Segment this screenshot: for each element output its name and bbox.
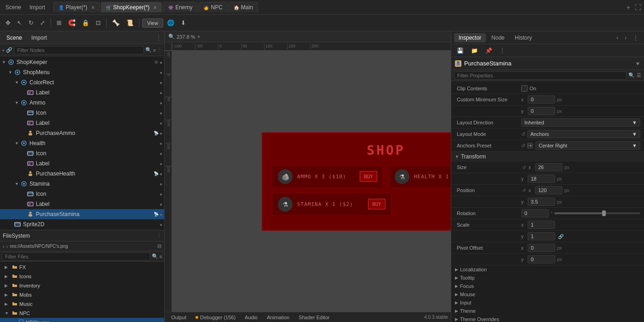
zoom-add-button[interactable]: + bbox=[197, 34, 200, 40]
filter-props-more[interactable]: ☰ bbox=[637, 72, 641, 78]
tab-shopkeeper[interactable]: 🛒ShopKeeper(*)✕ bbox=[101, 2, 162, 12]
tab-main[interactable]: 🏠Main bbox=[229, 2, 258, 12]
shop-item-stamina-buy[interactable]: BUY bbox=[368, 199, 385, 210]
tab-player[interactable]: 👤Player(*)✕ bbox=[53, 2, 100, 12]
script-button[interactable]: 📜 bbox=[123, 18, 136, 28]
scale-tool-button[interactable]: ⤢ bbox=[37, 18, 48, 28]
tree-item-purchase_health[interactable]: PurchaseHealth 📡 ● bbox=[0, 169, 164, 179]
filesystem-more[interactable]: ⋮ bbox=[156, 233, 161, 239]
pivot-x-input[interactable] bbox=[528, 244, 555, 252]
bottom-tab-Audio[interactable]: Audio bbox=[241, 314, 261, 321]
custom-min-y-input[interactable] bbox=[528, 107, 555, 115]
inspector-save-button[interactable]: 💾 bbox=[454, 47, 466, 55]
tree-item-icon_health[interactable]: Icon ● bbox=[0, 148, 164, 158]
filter-props-search[interactable]: 🔍 bbox=[628, 72, 635, 78]
tab-enemy[interactable]: 👾Enemy bbox=[163, 2, 197, 12]
anchors-preset-select[interactable]: Center Right ▼ bbox=[535, 141, 640, 150]
section-input[interactable]: ▶Input bbox=[451, 299, 644, 307]
shop-item-ammo-buy[interactable]: BUY bbox=[360, 171, 377, 182]
environment-button[interactable]: 🌐 bbox=[164, 18, 177, 28]
view-button[interactable]: View bbox=[142, 18, 163, 28]
tree-item-colorrect[interactable]: ▼ ColorRect ● bbox=[0, 77, 164, 88]
inspector-prev-button[interactable]: ‹ bbox=[614, 34, 621, 42]
filter-properties-input[interactable] bbox=[454, 71, 627, 80]
fs-filter-button[interactable]: ≡ bbox=[160, 254, 162, 259]
file-item-Music[interactable]: ▶ Music bbox=[0, 299, 164, 309]
fs-nav-back[interactable]: ‹ bbox=[3, 244, 5, 249]
node-expand-button[interactable]: ▼ bbox=[635, 61, 640, 66]
tree-item-icon_stamina[interactable]: Icon ● bbox=[0, 189, 164, 199]
layout-direction-select[interactable]: Inherited ▼ bbox=[521, 118, 640, 127]
anchors-preset-reset[interactable]: ↺ bbox=[521, 143, 525, 149]
add-node-button[interactable]: + bbox=[2, 47, 5, 53]
group-button[interactable]: ⊡ bbox=[93, 18, 104, 28]
import-panel-tab[interactable]: Import bbox=[27, 3, 48, 12]
inspector-more-button[interactable]: ⋮ bbox=[630, 34, 641, 42]
grid-snap-button[interactable]: ⊞ bbox=[54, 18, 64, 28]
tree-item-shopkeeper[interactable]: ▼ ShopKeeper 👁 ● bbox=[0, 57, 164, 67]
more-nodes-button[interactable]: ⋮ bbox=[157, 47, 162, 53]
custom-min-x-input[interactable] bbox=[528, 95, 555, 104]
scale-link-button[interactable]: 🔗 bbox=[557, 234, 564, 239]
inspector-next-button[interactable]: › bbox=[622, 34, 629, 42]
size-y-input[interactable] bbox=[528, 175, 555, 183]
section-mouse[interactable]: ▶Mouse bbox=[451, 290, 644, 299]
inspector-pin-button[interactable]: 📌 bbox=[483, 47, 495, 55]
rotate-tool-button[interactable]: ↻ bbox=[26, 18, 36, 28]
search-nodes-button[interactable]: 🔍 bbox=[145, 47, 152, 53]
fs-nav-forward[interactable]: › bbox=[6, 244, 8, 249]
tree-item-purchase_stamina[interactable]: PurchaseStamina 📡 ● bbox=[0, 209, 164, 219]
scene-panel-tab[interactable]: Scene bbox=[3, 3, 24, 12]
clip-contents-checkbox[interactable] bbox=[521, 85, 528, 92]
file-item-FX[interactable]: ▶ FX bbox=[0, 263, 164, 272]
tree-item-stamina[interactable]: ▼ Stamina ● bbox=[0, 179, 164, 189]
rotation-slider[interactable] bbox=[554, 212, 640, 214]
section-theme-overrides[interactable]: ▶Theme Overrides bbox=[451, 315, 644, 322]
file-item-Mobs[interactable]: ▶ Mobs bbox=[0, 290, 164, 299]
scene-tab[interactable]: Scene bbox=[3, 34, 26, 42]
tree-item-label_health[interactable]: Label ● bbox=[0, 158, 164, 169]
rotation-input[interactable] bbox=[521, 209, 549, 217]
scale-y-input[interactable] bbox=[528, 232, 555, 240]
fs-layout-button[interactable]: ⊟ bbox=[157, 243, 161, 249]
inspector-settings-button[interactable]: ⋮ bbox=[497, 47, 508, 55]
filter-nodes-input[interactable] bbox=[14, 46, 144, 54]
tree-item-ammo[interactable]: ▼ Ammo ● bbox=[0, 98, 164, 108]
section-theme[interactable]: ▶Theme bbox=[451, 307, 644, 315]
panel-more-button[interactable]: ⋮ bbox=[156, 35, 161, 41]
file-item-Inventory[interactable]: ▶ Inventory bbox=[0, 281, 164, 290]
section-focus[interactable]: ▶Focus bbox=[451, 282, 644, 290]
tab-npc[interactable]: 🧑NPC bbox=[198, 2, 227, 12]
file-item-NPC[interactable]: ▼ NPC bbox=[0, 309, 164, 318]
tree-item-shopmenu[interactable]: ▼ ShopMenu ● bbox=[0, 67, 164, 77]
canvas-viewport[interactable]: SHOP 🪨 AMMO X 3 ($10) BUY ⚗ HEALTH X 1 (… bbox=[172, 51, 451, 312]
file-item-Icons[interactable]: ▶ Icons bbox=[0, 272, 164, 281]
position-reset[interactable]: ↺ bbox=[521, 188, 527, 193]
bottom-tab-Debugger--156-[interactable]: Debugger (156) bbox=[192, 314, 239, 321]
use-snap-button[interactable]: 🧲 bbox=[65, 18, 78, 28]
tree-item-sprite2d[interactable]: Sprite2D ● bbox=[0, 219, 164, 229]
tree-item-icon_ammo[interactable]: Icon ● bbox=[0, 108, 164, 118]
transform-section-header[interactable]: ▼ Transform bbox=[451, 152, 644, 162]
tree-item-label1[interactable]: Label ● bbox=[0, 88, 164, 98]
section-tooltip[interactable]: ▶Tooltip bbox=[451, 274, 644, 282]
size-reset[interactable]: ↺ bbox=[521, 165, 527, 170]
move-tool-button[interactable]: ✥ bbox=[3, 18, 13, 28]
add-tab-button[interactable]: + bbox=[624, 3, 633, 12]
bone-tool-button[interactable]: 🦴 bbox=[109, 18, 122, 28]
size-x-input[interactable] bbox=[535, 163, 563, 171]
position-y-input[interactable] bbox=[528, 198, 555, 206]
tree-item-label_stamina[interactable]: Label ● bbox=[0, 199, 164, 209]
tree-item-purchase_ammo[interactable]: PurchaseAmmo 📡 ● bbox=[0, 128, 164, 138]
pivot-y-input[interactable] bbox=[528, 255, 555, 263]
tab-node[interactable]: Node bbox=[487, 33, 509, 42]
fullscreen-button[interactable]: ⛶ bbox=[635, 4, 641, 11]
tree-item-label_ammo[interactable]: Label ● bbox=[0, 118, 164, 128]
file-item-NPC-s-png[interactable]: NPC's.png bbox=[0, 318, 164, 322]
fs-search-button[interactable]: 🔍 bbox=[152, 253, 158, 259]
inspector-open-button[interactable]: 📁 bbox=[468, 47, 481, 55]
lock-button[interactable]: 🔒 bbox=[79, 18, 92, 28]
position-x-input[interactable] bbox=[535, 186, 563, 194]
layout-mode-select[interactable]: Anchors ▼ bbox=[527, 130, 640, 138]
select-tool-button[interactable]: ↖ bbox=[14, 18, 25, 28]
